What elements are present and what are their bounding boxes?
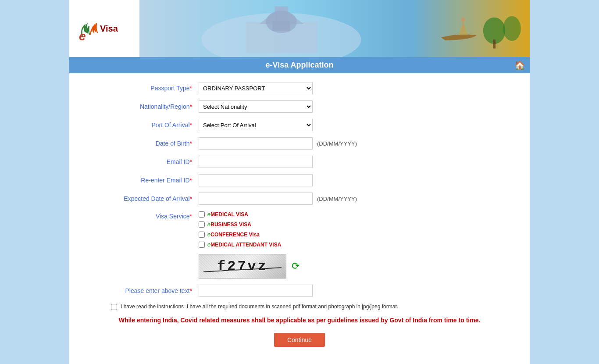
captcha-input-row: Please enter above text* [102, 285, 497, 297]
captcha-text: f27vz [217, 258, 268, 275]
svg-rect-7 [272, 21, 290, 31]
nationality-select[interactable]: Select Nationality [199, 100, 313, 113]
re-email-row: Re-enter Email ID* [102, 174, 497, 186]
title-bar: e-Visa Application 🏠 [69, 57, 530, 73]
port-arrival-select[interactable]: Select Port Of Arrival [199, 119, 313, 131]
logo: e Visa [78, 17, 118, 41]
refresh-captcha-icon[interactable]: ⟳ [292, 261, 300, 272]
captcha-container: f27vz ⟳ [199, 254, 300, 278]
emedicalattendant-label: eMEDICAL ATTENDANT VISA [207, 241, 281, 248]
logo-icon: e [78, 17, 100, 41]
dob-row: Date of Birth* (DD/MM/YYYY) [102, 137, 497, 150]
passport-type-label: Passport Type* [102, 85, 199, 92]
svg-point-12 [503, 16, 521, 41]
agreement-row: I have read the instructions ,I have all… [102, 303, 497, 310]
visa-option-emedical: eMEDICAL VISA [199, 211, 300, 218]
home-icon[interactable]: 🏠 [514, 60, 525, 71]
passport-type-select[interactable]: ORDINARY PASSPORT OFFICIAL PASSPORT DIPL… [199, 82, 313, 94]
svg-point-8 [461, 18, 465, 22]
emedicalattendant-checkbox[interactable] [199, 242, 205, 248]
visa-option-emedicalattendant: eMEDICAL ATTENDANT VISA [199, 241, 300, 248]
visa-label: Visa [100, 24, 118, 33]
passport-type-row: Passport Type* ORDINARY PASSPORT OFFICIA… [102, 82, 497, 94]
dob-hint: (DD/MM/YYYY) [317, 140, 357, 147]
page-title: e-Visa Application [265, 61, 333, 70]
captcha-input[interactable] [199, 285, 313, 297]
re-email-label: Re-enter Email ID* [102, 177, 199, 184]
dob-label: Date of Birth* [102, 140, 199, 147]
email-label: Email ID* [102, 158, 199, 165]
agreement-text: I have read the instructions ,I have all… [121, 303, 398, 310]
visa-service-label: Visa Service* [102, 211, 199, 220]
email-row: Email ID* [102, 156, 497, 168]
logo-area: e Visa [69, 0, 139, 57]
banner-svg [139, 0, 530, 57]
port-arrival-row: Port Of Arrival* Select Port Of Arrival [102, 119, 497, 131]
svg-text:e: e [79, 29, 86, 41]
port-arrival-label: Port Of Arrival* [102, 121, 199, 128]
econference-checkbox[interactable] [199, 232, 205, 238]
visa-service-options: eMEDICAL VISA eBUSINESS VISA eCONFERENCE… [199, 211, 300, 278]
emedical-label: eMEDICAL VISA [207, 211, 248, 218]
header: e Visa [69, 0, 530, 57]
emedical-checkbox[interactable] [199, 211, 205, 218]
visa-option-ebusiness: eBUSINESS VISA [199, 221, 300, 228]
nationality-row: Nationality/Region* Select Nationality [102, 100, 497, 113]
econference-label: eCONFERENCE Visa [207, 231, 260, 238]
main-content: Passport Type* ORDINARY PASSPORT OFFICIA… [69, 73, 530, 364]
expected-arrival-input[interactable] [199, 193, 313, 205]
continue-row: Continue [102, 333, 497, 347]
logo-visa-text: Visa [100, 24, 118, 34]
svg-rect-11 [493, 39, 496, 48]
banner-image [139, 0, 530, 57]
expected-arrival-row: Expected Date of Arrival* (DD/MM/YYYY) [102, 193, 497, 205]
re-email-input[interactable] [199, 174, 313, 186]
agreement-checkbox[interactable] [111, 304, 117, 310]
form-container: Passport Type* ORDINARY PASSPORT OFFICIA… [102, 82, 497, 347]
expected-arrival-label: Expected Date of Arrival* [102, 195, 199, 202]
email-input[interactable] [199, 156, 313, 168]
ebusiness-label: eBUSINESS VISA [207, 221, 251, 228]
visa-service-row: Visa Service* eMEDICAL VISA eBUSINESS VI… [102, 211, 497, 278]
covid-notice: While entering India, Covid related meas… [111, 316, 488, 325]
continue-button[interactable]: Continue [274, 333, 325, 347]
captcha-image: f27vz [199, 254, 286, 278]
ebusiness-checkbox[interactable] [199, 221, 205, 228]
visa-option-econference: eCONFERENCE Visa [199, 231, 300, 238]
nationality-label: Nationality/Region* [102, 103, 199, 110]
expected-arrival-hint: (DD/MM/YYYY) [317, 196, 357, 202]
dob-input[interactable] [199, 137, 313, 150]
captcha-input-label: Please enter above text* [102, 287, 199, 294]
